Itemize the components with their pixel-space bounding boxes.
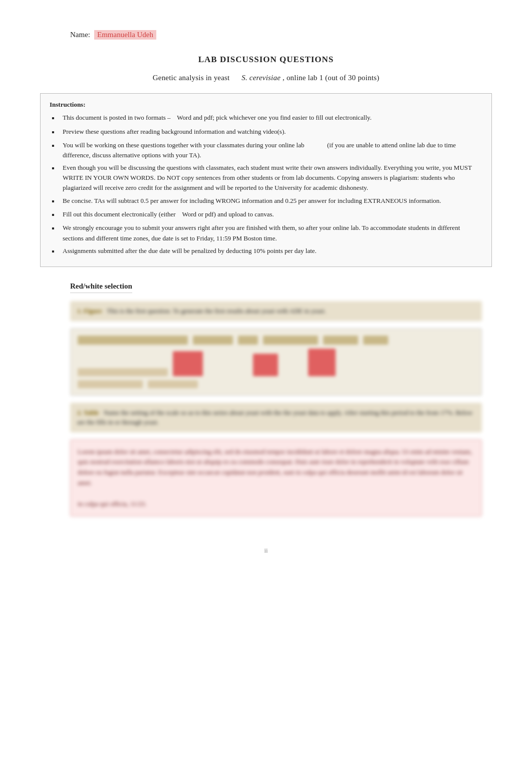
- instruction-text-2: Preview these questions after reading ba…: [63, 127, 482, 137]
- table-data-cell: [78, 368, 168, 376]
- question-label-2: 2. Table: [77, 409, 99, 416]
- list-item: ▪ This document is posted in two formats…: [50, 113, 482, 124]
- section-heading: Red/white selection: [70, 282, 132, 293]
- list-item: ▪ You will be working on these questions…: [50, 140, 482, 160]
- list-item: ▪ We strongly encourage you to submit yo…: [50, 223, 482, 243]
- subtitle-part1: Genetic analysis in yeast: [153, 74, 230, 82]
- bullet-icon: ▪: [52, 113, 59, 124]
- instruction-text-6: Fill out this document electronically (e…: [63, 209, 482, 219]
- table-header-cell: [238, 336, 258, 345]
- instruction-text-8: Assignments submitted after the due date…: [63, 246, 482, 256]
- table-row-data: [78, 349, 474, 376]
- bullet-icon: ▪: [52, 140, 59, 151]
- list-item: ▪ Assignments submitted after the due da…: [50, 246, 482, 257]
- table-header-cell: [193, 336, 233, 345]
- table-header-cell: [263, 336, 318, 345]
- name-value: Emmanuella Udeh: [94, 30, 156, 40]
- instruction-text-5: Be concise. TAs will subtract 0.5 per an…: [63, 196, 482, 206]
- instructions-title: Instructions:: [50, 100, 482, 110]
- subtitle-part2: S. cerevisiae: [241, 74, 281, 82]
- table-row-labels: [78, 380, 474, 388]
- subtitle-part3: , online lab 1 (out of 30 points): [283, 74, 379, 82]
- bullet-icon: ▪: [52, 127, 59, 138]
- bullet-icon: ▪: [52, 223, 59, 234]
- page-number: ii: [40, 547, 492, 555]
- instructions-list: ▪ This document is posted in two formats…: [50, 113, 482, 257]
- blurred-question-1: 1. Figure This is the first question. To…: [70, 301, 482, 321]
- blurred-question-2: 2. Table Name the setting of the scale s…: [70, 403, 482, 432]
- page-subtitle: Genetic analysis in yeast S. cerevisiae …: [40, 74, 492, 82]
- table-header-cell: [363, 336, 388, 345]
- bullet-icon: ▪: [52, 209, 59, 220]
- blurred-content-section: 1. Figure This is the first question. To…: [70, 301, 482, 516]
- list-item: ▪ Preview these questions after reading …: [50, 127, 482, 138]
- page-title: LAB DISCUSSION QUESTIONS: [40, 55, 492, 65]
- instruction-text-3: You will be working on these questions t…: [63, 140, 482, 160]
- table-header-cell: [323, 336, 358, 345]
- bullet-icon: ▪: [52, 196, 59, 207]
- bullet-icon: ▪: [52, 246, 59, 257]
- table-label-cell: [78, 380, 143, 388]
- name-label: Name:: [70, 31, 90, 39]
- list-item: ▪ Even though you will be discussing the…: [50, 163, 482, 193]
- instruction-text-1: This document is posted in two formats –…: [63, 113, 482, 123]
- bar-chart-bar: [173, 351, 203, 376]
- question-label-1: 1. Figure: [77, 307, 102, 315]
- bar-chart-bar: [253, 354, 278, 376]
- instructions-box: Instructions: ▪ This document is posted …: [40, 93, 492, 267]
- name-line: Name: Emmanuella Udeh: [70, 30, 492, 40]
- blurred-table-figure: [70, 328, 482, 396]
- list-item: ▪ Fill out this document electronically …: [50, 209, 482, 220]
- table-label-cell: [148, 380, 198, 388]
- bullet-icon: ▪: [52, 163, 59, 174]
- blurred-answer-box: Lorem ipsum dolor sit amet, consectetur …: [70, 439, 482, 517]
- bar-chart-bar: [308, 349, 336, 376]
- list-item: ▪ Be concise. TAs will subtract 0.5 per …: [50, 196, 482, 207]
- table-header-cell: [78, 336, 188, 345]
- table-row-header: [78, 336, 474, 345]
- instruction-text-4: Even though you will be discussing the q…: [63, 163, 482, 193]
- instruction-text-7: We strongly encourage you to submit your…: [63, 223, 482, 243]
